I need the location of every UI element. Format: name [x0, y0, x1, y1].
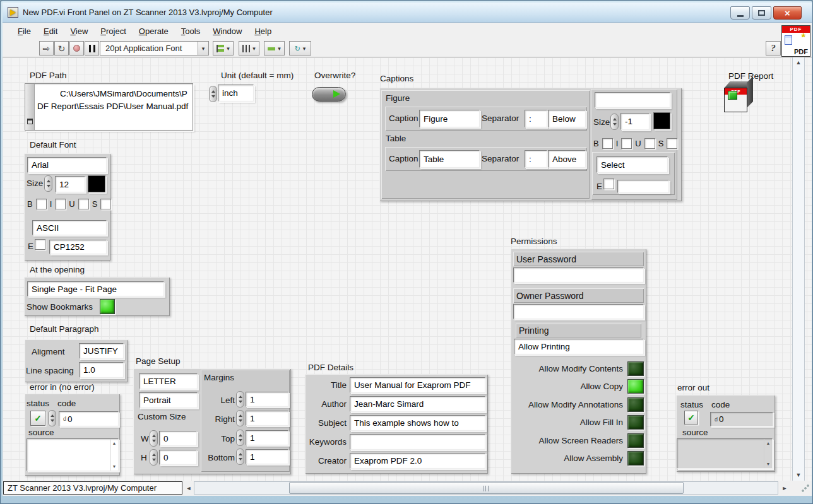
table-caption-field[interactable]: Table	[419, 150, 480, 168]
margin-top-field[interactable]: 1	[246, 430, 288, 445]
scroll-right-icon[interactable]: ►	[780, 483, 789, 494]
custom-width-spinner[interactable]	[150, 430, 158, 447]
printing-ring[interactable]: Allow Printing	[514, 339, 644, 355]
margin-bottom-spinner[interactable]	[236, 448, 244, 465]
scroll-left-icon[interactable]: ◄	[184, 483, 193, 494]
author-field[interactable]: Jean-Marc Simard	[350, 396, 485, 412]
custom-width-field[interactable]: 0	[159, 431, 197, 446]
scroll-up-icon[interactable]: ▲	[793, 59, 804, 66]
figure-separator-field[interactable]: :	[525, 110, 547, 127]
figure-caption-field[interactable]: Figure	[419, 110, 480, 127]
allow-modify-contents-led[interactable]	[627, 361, 644, 376]
default-font-size-field[interactable]: 12	[55, 176, 85, 192]
horizontal-scrollbar-thumb[interactable]	[289, 482, 684, 494]
maximize-button[interactable]	[752, 6, 771, 20]
run-continuous-button[interactable]: ↻	[54, 41, 69, 56]
show-bookmarks-led[interactable]	[100, 299, 115, 314]
menu-file[interactable]: File	[11, 24, 37, 38]
menu-tools[interactable]: Tools	[175, 24, 206, 38]
pdf-path-control[interactable]: C:\Users\JMSimard\Documents\PDF Report\E…	[25, 83, 193, 131]
custom-height-spinner[interactable]	[150, 449, 158, 466]
table-separator-field[interactable]: :	[525, 150, 547, 168]
menu-operate[interactable]: Operate	[133, 24, 175, 38]
strike-checkbox[interactable]	[667, 138, 677, 149]
at-opening-view-ring[interactable]: Single Page - Fit Page	[27, 281, 164, 296]
error-in-code-spinner[interactable]	[48, 410, 56, 426]
font-selector[interactable]: 20pt Application Font ▾	[100, 41, 209, 56]
default-font-name-field[interactable]: Arial	[27, 157, 107, 173]
execution-target-box[interactable]: ZT Scanner 2013 V3.lvproj/My Computer	[3, 481, 182, 495]
allow-modify-annotations-led[interactable]	[627, 397, 644, 412]
captions-e-checkbox[interactable]	[603, 179, 614, 189]
scroll-down-icon[interactable]: ▼	[793, 472, 804, 478]
abort-button[interactable]	[69, 41, 84, 56]
captions-font-size-spinner[interactable]	[610, 114, 619, 130]
allow-screen-readers-led[interactable]	[627, 433, 644, 448]
help-button[interactable]: ?	[766, 41, 781, 56]
underline-checkbox[interactable]	[644, 138, 655, 149]
margin-left-spinner[interactable]	[236, 391, 244, 407]
menu-view[interactable]: View	[64, 24, 94, 38]
underline-checkbox[interactable]	[78, 199, 89, 209]
keywords-field[interactable]	[350, 434, 485, 450]
subject-field[interactable]: This example shows how to	[350, 415, 485, 431]
error-in-code-field[interactable]: d0	[59, 411, 119, 426]
default-font-e-checkbox[interactable]	[35, 239, 45, 250]
allow-fill-in-led[interactable]	[627, 415, 644, 430]
paper-size-ring[interactable]: LETTER	[139, 373, 198, 389]
distribute-objects-button[interactable]: ▾	[239, 41, 259, 56]
allow-assembly-led[interactable]	[627, 451, 644, 466]
strike-checkbox[interactable]	[100, 199, 111, 209]
italic-checkbox[interactable]	[621, 138, 632, 149]
alignment-ring[interactable]: JUSTIFY	[79, 343, 124, 359]
menu-edit[interactable]: Edit	[37, 24, 64, 38]
mini-scrollbar[interactable]: ▲▼	[110, 439, 118, 471]
table-position-ring[interactable]: Above	[548, 150, 586, 168]
run-button[interactable]: ⇨	[39, 41, 54, 56]
default-font-encoding-ring[interactable]: ASCII	[32, 220, 107, 235]
title-field[interactable]: User Manual for Exaprom PDF	[350, 377, 485, 393]
menu-project[interactable]: Project	[94, 24, 132, 38]
owner-password-field[interactable]	[513, 304, 644, 319]
captions-select-ring[interactable]: Select	[596, 156, 668, 173]
margin-left-field[interactable]: 1	[246, 392, 288, 407]
vertical-scrollbar[interactable]: ▲ ▼	[792, 57, 805, 481]
align-objects-button[interactable]: ▾	[213, 41, 234, 56]
line-spacing-field[interactable]: 1.0	[79, 362, 124, 378]
margin-bottom-field[interactable]: 1	[246, 449, 288, 464]
error-in-source-field[interactable]: ▲▼	[27, 438, 119, 471]
mini-scrollbar[interactable]: ▲▼	[764, 439, 772, 468]
overwrite-toggle[interactable]	[312, 87, 346, 102]
menu-help[interactable]: Help	[248, 24, 278, 38]
horizontal-scrollbar[interactable]	[194, 481, 778, 495]
resize-grip-icon[interactable]	[802, 484, 809, 492]
close-button[interactable]: ×	[773, 6, 802, 20]
resize-objects-button[interactable]: ▾	[264, 41, 285, 56]
bold-checkbox[interactable]	[36, 199, 47, 209]
orientation-ring[interactable]: Portrait	[139, 392, 198, 408]
user-password-field[interactable]	[513, 267, 644, 283]
margin-top-spinner[interactable]	[236, 430, 244, 446]
reorder-button[interactable]: ↻▾	[289, 41, 311, 56]
unit-spinner[interactable]	[209, 86, 217, 102]
captions-font-color-box[interactable]	[653, 112, 670, 129]
bold-checkbox[interactable]	[602, 138, 613, 149]
creator-field[interactable]: Exaprom PDF 2.0	[350, 453, 485, 469]
unit-ring[interactable]: inch	[218, 85, 254, 102]
default-font-size-spinner[interactable]	[44, 175, 52, 192]
minimize-button[interactable]	[730, 6, 750, 20]
default-font-color-box[interactable]	[88, 175, 105, 192]
allow-copy-led[interactable]	[627, 379, 644, 394]
margin-right-spinner[interactable]	[236, 410, 244, 426]
captions-font-name-field[interactable]	[595, 92, 670, 108]
pause-button[interactable]	[85, 41, 99, 56]
figure-position-ring[interactable]: Below	[548, 110, 586, 127]
vi-icon-editor[interactable]: PDF * PDF	[781, 25, 810, 57]
custom-height-field[interactable]: 0	[159, 450, 197, 465]
default-font-codepage-field[interactable]: CP1252	[49, 240, 107, 254]
error-in-status-button[interactable]: ✓	[30, 411, 45, 426]
captions-font-size-field[interactable]: -1	[620, 113, 650, 130]
captions-e-field[interactable]	[617, 180, 669, 193]
margin-right-field[interactable]: 1	[246, 411, 288, 426]
menu-window[interactable]: Window	[206, 24, 248, 38]
